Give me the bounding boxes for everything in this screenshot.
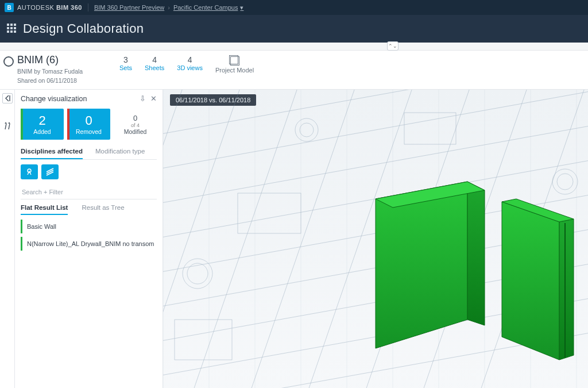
tab-flat-result-list[interactable]: Flat Result List: [21, 204, 68, 215]
change-counters: 2 Added 0 Removed 0 of 4 Modified: [21, 109, 157, 140]
wireframe-canvas: [163, 90, 588, 388]
close-icon[interactable]: ✕: [150, 94, 157, 103]
filter-tabs: Disciplines affected Modification type: [21, 148, 157, 160]
brand-suffix: BIM 360: [56, 4, 82, 11]
stat-pm-label: Project Model: [215, 67, 254, 74]
svg-point-6: [295, 118, 318, 141]
stat-sheets[interactable]: 4 Sheets: [145, 55, 164, 74]
brand-prefix: AUTODESK: [17, 4, 54, 11]
cube-icon: [230, 56, 239, 66]
stat-project-model[interactable]: Project Model: [215, 55, 254, 74]
tab-modification-type[interactable]: Modification type: [95, 148, 145, 159]
added-element-wall-1: [376, 182, 485, 348]
global-topbar: B AUTODESK BIM 360 BIM 360 Partner Previ…: [0, 0, 588, 15]
svg-point-5: [557, 174, 573, 190]
breadcrumb-project[interactable]: Pacific Center Campus▾: [173, 4, 244, 11]
breadcrumb-separator: ›: [168, 4, 170, 11]
counter-added-label: Added: [33, 128, 51, 135]
panel-header: Change visualization ⇩ ✕: [21, 94, 157, 103]
module-switcher-icon[interactable]: [7, 24, 17, 34]
added-element-wall-2: [502, 199, 574, 360]
svg-point-3: [187, 263, 208, 284]
stat-sets[interactable]: 3 Sets: [119, 55, 132, 74]
package-header: BNIM (6) BNIM by Tomasz Fudala Shared on…: [0, 51, 588, 90]
counter-removed[interactable]: 0 Removed: [67, 109, 110, 140]
team-title: BNIM (6): [17, 54, 115, 66]
counter-added[interactable]: 2 Added: [21, 109, 64, 140]
counter-modified-of: of 4: [131, 122, 140, 128]
svg-point-7: [300, 123, 314, 137]
timeline-strip[interactable]: ⌃⌄: [0, 43, 588, 51]
stat-3d-views[interactable]: 4 3D views: [177, 55, 203, 74]
counter-modified-label: Modified: [124, 128, 147, 135]
counter-modified[interactable]: 0 of 4 Modified: [114, 109, 157, 140]
change-analysis-tool[interactable]: [2, 121, 13, 131]
team-author: BNIM by Tomasz Fudala: [17, 67, 115, 75]
package-stats: 3 Sets 4 Sheets 4 3D views Project Model: [119, 55, 254, 74]
panel-title: Change visualization: [21, 95, 87, 103]
module-title-bar: Design Collaboration: [0, 15, 588, 43]
discipline-filter-icons: [21, 164, 157, 179]
search-filter-input[interactable]: Search + Filter: [21, 185, 157, 199]
stat-sheets-label: Sheets: [145, 64, 164, 71]
tab-disciplines-affected[interactable]: Disciplines affected: [21, 148, 83, 159]
stat-sets-num: 3: [119, 55, 132, 64]
stat-views-num: 4: [177, 55, 203, 64]
divider: [88, 3, 88, 11]
counter-modified-num: 0: [133, 114, 137, 122]
timeline-expand-handle[interactable]: ⌃⌄: [387, 41, 399, 51]
autodesk-logo-icon: B: [5, 3, 14, 12]
result-view-tabs: Flat Result List Result as Tree: [21, 204, 157, 215]
tab-result-as-tree[interactable]: Result as Tree: [82, 204, 124, 215]
main-area: Change visualization ⇩ ✕ 2 Added 0 Remov…: [0, 90, 588, 388]
svg-rect-8: [238, 193, 301, 233]
counter-removed-label: Removed: [76, 128, 102, 135]
team-circle-icon: [3, 56, 14, 67]
counter-removed-num: 0: [85, 113, 92, 128]
result-item[interactable]: N(Narrow Lite)_AL Drywall_BNIM no transo…: [21, 237, 157, 251]
stat-sheets-num: 4: [145, 55, 164, 64]
counter-added-num: 2: [38, 113, 45, 128]
stat-sets-label: Sets: [119, 64, 132, 71]
svg-point-4: [552, 169, 578, 194]
collapse-panel-button[interactable]: [2, 93, 13, 103]
team-shared-date: Shared on 06/11/2018: [17, 76, 115, 84]
brand-label: AUTODESK BIM 360: [17, 4, 82, 11]
change-panel: Change visualization ⇩ ✕ 2 Added 0 Remov…: [15, 90, 163, 388]
breadcrumb-account[interactable]: BIM 360 Partner Preview: [94, 4, 164, 11]
module-title: Design Collaboration: [23, 21, 144, 36]
discipline-structure-button[interactable]: [41, 164, 59, 179]
chevron-down-icon: ▾: [240, 4, 243, 11]
stat-views-label: 3D views: [177, 64, 203, 71]
breadcrumb-project-label: Pacific Center Campus: [173, 4, 238, 11]
svg-rect-10: [404, 113, 456, 144]
result-item[interactable]: Basic Wall: [21, 220, 157, 233]
left-tool-rail: [0, 90, 15, 388]
discipline-architecture-button[interactable]: [21, 164, 38, 179]
model-viewer[interactable]: 06/11/2018 vs. 06/11/2018: [163, 90, 588, 388]
svg-rect-9: [175, 320, 232, 360]
team-info: BNIM (6) BNIM by Tomasz Fudala Shared on…: [17, 54, 115, 84]
pin-icon[interactable]: ⇩: [140, 94, 146, 103]
